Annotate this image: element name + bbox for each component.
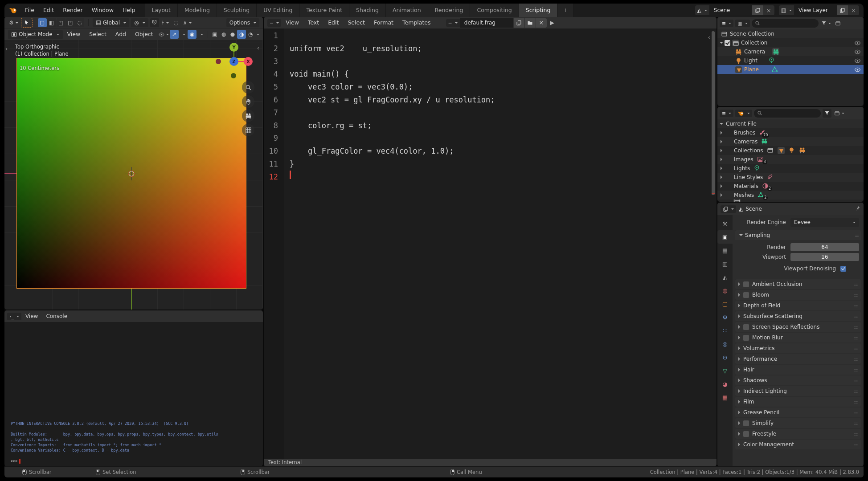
blend-row-meshes[interactable]: Meshes 2 — [717, 191, 864, 200]
snap-settings-dropdown[interactable]: ⊦ — [161, 18, 170, 27]
viewport-canvas[interactable]: Top Orthographic (1) Collection | Plane … — [4, 40, 263, 310]
tab-physics[interactable]: ◎ — [717, 337, 733, 351]
tab-world[interactable]: ◍ — [717, 284, 733, 297]
sampling-panel-header[interactable]: Sampling :::: — [735, 230, 861, 240]
viewport-menu-view[interactable]: View — [63, 28, 85, 41]
menu-help[interactable]: Help — [118, 4, 140, 17]
xray-toggle-button[interactable]: ▣ — [210, 30, 219, 39]
expand-icon[interactable] — [721, 193, 724, 197]
select-subtract-mode-button[interactable]: ◳ — [57, 18, 66, 27]
console-prompt[interactable]: >>> — [11, 458, 260, 464]
render-engine-dropdown[interactable]: Eevee — [790, 218, 859, 227]
tab-scene[interactable]: ◭ — [717, 270, 733, 284]
outliner-filter-icon[interactable] — [820, 19, 832, 28]
text-sidebar-expand-icon[interactable]: ‹ — [708, 34, 710, 41]
section-shadows[interactable]: Shadows:::: — [735, 375, 861, 385]
tab-texture-paint[interactable]: Texture Paint — [299, 4, 349, 17]
gizmo-z-axis[interactable]: Z — [229, 57, 238, 66]
text-menu-templates[interactable]: Templates — [398, 17, 435, 29]
outliner-row-light[interactable]: Light — [717, 56, 864, 65]
tab-sculpting[interactable]: Sculpting — [217, 4, 257, 17]
filename-field[interactable]: default.frag — [460, 18, 513, 28]
shading-solid-button[interactable]: ● — [228, 30, 237, 39]
outliner-display-mode-icon[interactable]: ▥ — [735, 20, 749, 27]
menu-file[interactable]: File — [20, 4, 39, 17]
view-layer-icon[interactable]: ▥ — [779, 5, 794, 15]
menu-render[interactable]: Render — [58, 4, 87, 17]
tab-texture[interactable]: ▦ — [717, 391, 733, 404]
tab-scripting[interactable]: Scripting — [519, 4, 558, 17]
text-menu-text[interactable]: Text — [303, 17, 323, 29]
gizmos-toggle-button[interactable]: ↗ — [170, 30, 179, 39]
hide-camera-eye-icon[interactable] — [854, 49, 861, 55]
section-screen-space-reflections[interactable]: Screen Space Reflections:::: — [735, 322, 861, 332]
object-visibility-dropdown[interactable] — [158, 30, 170, 39]
zoom-icon[interactable] — [242, 81, 254, 94]
sampling-viewport-field[interactable]: 16 — [790, 253, 859, 261]
text-new-button[interactable] — [514, 18, 524, 28]
viewport-menu-add[interactable]: Add — [111, 28, 131, 41]
view-layer-new-button[interactable] — [837, 5, 848, 15]
section-depth-of-field[interactable]: Depth of Field:::: — [735, 301, 861, 310]
expand-icon[interactable] — [721, 131, 724, 135]
blend-collection-icon[interactable] — [833, 109, 845, 118]
select-intersect-mode-button[interactable]: ◌ — [75, 18, 84, 27]
tab-view-layer[interactable]: ▥ — [717, 257, 733, 270]
section-indirect-lighting[interactable]: Indirect Lighting:::: — [735, 386, 861, 396]
sidebar-expand-icon[interactable]: ‹ — [257, 45, 259, 51]
scene-name[interactable]: Scene — [709, 5, 752, 15]
run-script-button[interactable]: ▶ — [550, 20, 554, 26]
menu-edit[interactable]: Edit — [39, 4, 58, 17]
expand-icon[interactable] — [721, 140, 724, 143]
tab-render[interactable]: ▣ — [717, 230, 733, 244]
collection-checkbox[interactable] — [725, 40, 730, 46]
transform-orientation-dropdown[interactable]: Global — [93, 18, 129, 27]
blend-outliner-search-input[interactable] — [754, 109, 821, 118]
shading-rendered-button[interactable]: ◔ — [246, 30, 255, 39]
tab-layout[interactable]: Layout — [145, 4, 178, 17]
new-collection-button[interactable] — [834, 19, 843, 28]
gizmo-minus-x-axis[interactable] — [216, 59, 221, 64]
text-menu-view[interactable]: View — [281, 17, 303, 29]
tab-object-data[interactable]: ▽ — [717, 364, 733, 377]
tab-modeling[interactable]: Modeling — [178, 4, 217, 17]
gizmos-dropdown[interactable] — [179, 30, 188, 39]
editor-type-text-icon[interactable]: ≡ — [267, 19, 281, 27]
text-menu-edit[interactable]: Edit — [323, 17, 343, 29]
viewport-menu-select[interactable]: Select — [85, 28, 111, 41]
tab-constraints[interactable]: ⊙ — [717, 351, 733, 364]
mode-selector[interactable]: Object Mode — [8, 30, 63, 39]
tab-modifiers[interactable]: ⚙ — [717, 310, 733, 324]
section-bloom[interactable]: Bloom:::: — [735, 290, 861, 300]
collection-expand-icon[interactable] — [720, 42, 723, 45]
blend-row-brushes[interactable]: Brushes 70 — [717, 128, 864, 137]
blend-row-images[interactable]: Images 3 — [717, 155, 864, 164]
hide-collection-eye-icon[interactable] — [854, 40, 861, 46]
overlays-toggle-button[interactable]: ◉ — [188, 30, 197, 39]
select-extend-mode-button[interactable]: ◧ — [47, 18, 56, 27]
viewport-denoising-checkbox[interactable] — [840, 266, 846, 272]
editor-type-console-icon[interactable]: ›_ — [7, 313, 21, 320]
menu-window[interactable]: Window — [87, 4, 118, 17]
select-box-mode-button[interactable]: ▢ — [38, 18, 47, 27]
expand-icon[interactable] — [721, 149, 724, 152]
blend-row-line-styles[interactable]: Line Styles — [717, 173, 864, 182]
scene-icon[interactable]: ◭ — [695, 5, 709, 15]
editor-type-outliner-icon[interactable]: ≡ — [720, 20, 733, 27]
pivot-point-dropdown[interactable]: ◎ — [131, 18, 148, 27]
section-freestyle[interactable]: Freestyle:::: — [735, 429, 861, 439]
shading-material-button[interactable]: ◑ — [237, 30, 246, 39]
expand-icon[interactable] — [721, 175, 724, 179]
scene-unlink-button[interactable]: × — [763, 5, 774, 15]
outliner-row-camera[interactable]: Camera — [717, 47, 864, 56]
gizmo-minus-y-axis[interactable] — [231, 73, 236, 78]
select-invert-mode-button[interactable]: ◰ — [66, 18, 75, 27]
blend-row-lights[interactable]: Lights — [717, 164, 864, 173]
toolbar-expand-icon[interactable]: › — [5, 45, 8, 52]
blend-row-objects-partial[interactable] — [717, 200, 864, 202]
tab-output[interactable]: ▤ — [717, 244, 733, 257]
text-menu-format[interactable]: Format — [369, 17, 398, 29]
section-simplify[interactable]: Simplify:::: — [735, 418, 861, 428]
tab-compositing[interactable]: Compositing — [470, 4, 519, 17]
tab-rendering[interactable]: Rendering — [428, 4, 471, 17]
